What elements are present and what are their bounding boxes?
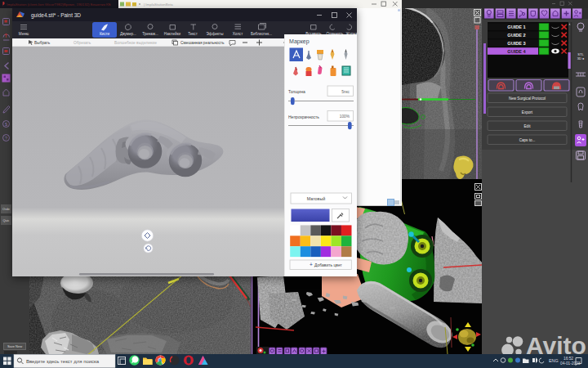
svg-text:5пкс: 5пкс (341, 90, 350, 94)
svg-text:3D ●: 3D ● (577, 56, 585, 61)
svg-text:16:52: 16:52 (564, 357, 573, 361)
svg-text:Кисти: Кисти (100, 32, 110, 36)
svg-text:+: + (310, 262, 313, 267)
svg-text:Обрезать: Обрезать (74, 41, 91, 45)
svg-text:100%: 100% (340, 114, 350, 119)
svg-text:Маркер: Маркер (289, 38, 310, 45)
svg-text:Наклейки: Наклейки (164, 31, 181, 36)
svg-text:ENG: ENG (549, 358, 559, 363)
svg-text:?: ? (5, 136, 7, 141)
svg-text:Двумер...: Двумер... (120, 32, 136, 36)
svg-text:GUIDE 4: GUIDE 4 (507, 49, 526, 54)
svg-text:Холст: Холст (233, 32, 243, 36)
svg-text:Меню: Меню (19, 32, 29, 36)
svg-text:Avito: Avito (526, 332, 586, 354)
svg-text:guide4.stl* - Paint 3D: guide4.stl* - Paint 3D (31, 12, 81, 19)
svg-text:Смешанная реальность: Смешанная реальность (180, 41, 225, 45)
svg-text:Edit: Edit (524, 124, 532, 128)
svg-text:Эффекты: Эффекты (207, 32, 224, 36)
svg-text:GUIDE 1: GUIDE 1 (507, 25, 525, 29)
svg-text:Матовый: Матовый (307, 196, 326, 201)
svg-text:$: $ (5, 122, 7, 127)
svg-text:GUIDE 2: GUIDE 2 (507, 33, 525, 38)
svg-text:GUIDE 3: GUIDE 3 (507, 41, 525, 46)
svg-text:Непрозрачность: Непрозрачность (288, 114, 319, 119)
svg-text:Библиотек...: Библиотек... (251, 32, 272, 36)
svg-text:| ImplaStationBeta: | ImplaStationBeta (144, 2, 173, 7)
svg-text:Тренаж...: Тренаж... (142, 32, 158, 36)
svg-text:New Surgical Protocol: New Surgical Protocol (509, 96, 546, 101)
svg-text:Текст: Текст (188, 32, 198, 36)
svg-text:Волшебное выделение: Волшебное выделение (114, 41, 157, 45)
svg-text:Толщина: Толщина (288, 89, 305, 94)
svg-text:Введите здесь текст для поиска: Введите здесь текст для поиска (26, 359, 100, 364)
svg-text:ImplaStation (client-lion Glic: ImplaStation (client-lion GlicorT982)Вре… (7, 2, 111, 7)
svg-text:Выбрать: Выбрать (34, 41, 51, 45)
svg-text:Добавить цвет: Добавить цвет (314, 263, 343, 267)
svg-text:Caps to...: Caps to... (519, 138, 536, 142)
svg-text:Export: Export (522, 110, 533, 114)
